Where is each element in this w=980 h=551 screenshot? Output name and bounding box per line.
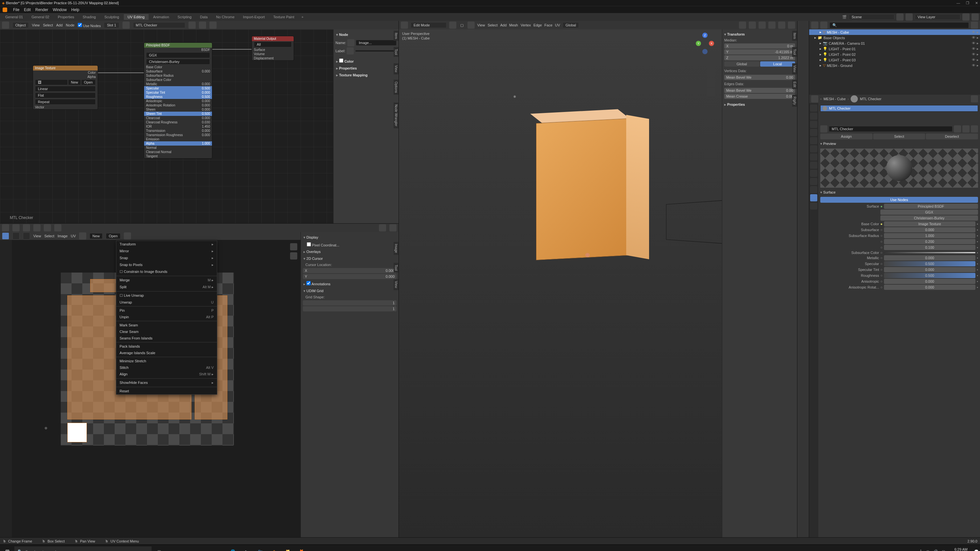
node-socket[interactable]: Roughness0.500	[144, 95, 212, 99]
app-blender[interactable]: ◈	[268, 545, 280, 551]
breadcrumb-material[interactable]: MTL Checker	[860, 97, 881, 101]
viewlayer-field[interactable]: View Layer	[915, 14, 960, 20]
app-explorer[interactable]: 📁	[282, 545, 294, 551]
tab-constraints[interactable]	[810, 178, 817, 185]
tab-world[interactable]	[810, 137, 817, 144]
menu-item[interactable]: UnpinAlt P	[116, 314, 217, 320]
selectable-icon[interactable]: ▸	[977, 47, 979, 51]
section-annotations[interactable]: Annotations	[303, 280, 396, 287]
uv-select-mode-vert[interactable]	[23, 224, 30, 232]
selectable-icon[interactable]: ▸	[977, 52, 979, 57]
selectable-icon[interactable]: ▸	[977, 58, 979, 62]
section-texture-mapping[interactable]: Texture Mapping	[336, 72, 396, 79]
uv-select-mode-island[interactable]	[54, 224, 61, 232]
3d-menu-add[interactable]: Add	[500, 23, 507, 27]
app-photoshop[interactable]: Ps	[254, 545, 267, 551]
outliner-search[interactable]: 🔍	[829, 22, 969, 29]
tray-ime-icon[interactable]: ▢	[942, 549, 945, 551]
uv-select-mode-face[interactable]	[44, 224, 51, 232]
node-socket[interactable]: Clearcoat Roughness0.030	[144, 120, 212, 124]
outliner-row[interactable]: ▸▽MESH - Cube👁▸	[809, 29, 980, 35]
camera-view-icon[interactable]	[707, 78, 715, 87]
workspace-tab[interactable]: General 02	[27, 14, 53, 20]
uv-snap-icon[interactable]	[379, 224, 386, 232]
assign-button[interactable]: Assign	[820, 133, 872, 140]
tab-output[interactable]	[810, 113, 817, 120]
tab-render[interactable]	[810, 105, 817, 112]
property-value[interactable]: 0.000	[884, 227, 975, 232]
mode-dropdown[interactable]: Edit Mode	[410, 22, 447, 28]
node-socket[interactable]: Specular Tint0.000	[144, 91, 212, 95]
menu-item[interactable]: MergeM ▸	[116, 277, 217, 284]
uv-sync-button[interactable]	[13, 224, 20, 232]
shading-matprev-icon[interactable]	[778, 22, 785, 29]
mean-bevel-weight-v[interactable]: Mean Bevel We0.00	[724, 75, 795, 80]
menu-render[interactable]: Render	[35, 8, 48, 12]
outliner-row[interactable]: ▸▽MESH - Ground👁▸	[809, 63, 980, 68]
tab-texture[interactable]	[810, 202, 817, 210]
eye-icon[interactable]: 👁	[972, 58, 975, 62]
tray-chevron-icon[interactable]: ˄	[920, 549, 922, 551]
tab-view[interactable]: View	[792, 64, 797, 75]
median-x[interactable]: X0 m	[724, 43, 795, 49]
menu-item[interactable]: SplitAlt M ▸	[116, 284, 217, 291]
node-socket[interactable]: Transmission0.000	[144, 129, 212, 133]
tab-tool[interactable]: Tool	[394, 47, 399, 57]
image-browse-icon[interactable]	[79, 232, 86, 240]
workspace-tab[interactable]: UV Editing	[124, 14, 149, 20]
tab-edit[interactable]: Edit	[792, 79, 797, 89]
property-value[interactable]: 0.200	[884, 239, 975, 244]
outliner[interactable]: ▸▽MESH - Cube👁▸▸📁Base Objects👁▸▸📷CAMERA …	[809, 29, 980, 95]
3d-menu-vertex[interactable]: Vertex	[521, 23, 531, 27]
median-z[interactable]: Z1.2022 m	[724, 55, 795, 60]
material-name-field[interactable]: MTL Checker	[829, 126, 953, 132]
mean-bevel-weight-e[interactable]: Mean Bevel We0.00	[724, 88, 795, 93]
eye-icon[interactable]: 👁	[972, 47, 975, 51]
workspace-tab[interactable]: Import-Export	[239, 14, 269, 20]
section-properties[interactable]: Properties	[724, 102, 795, 108]
menu-file[interactable]: File	[13, 8, 19, 12]
tab-material[interactable]	[810, 194, 817, 202]
menu-item[interactable]: Pack Islands	[116, 343, 217, 349]
tab-view[interactable]: View	[394, 64, 399, 75]
3d-menu-view[interactable]: View	[477, 23, 485, 27]
tray-volume-icon[interactable]: 🔊	[933, 549, 938, 551]
distribution-dropdown[interactable]: GGX	[880, 210, 978, 215]
select-mode-edge[interactable]: ▢	[459, 22, 465, 28]
editor-type-icon[interactable]	[2, 224, 9, 232]
breadcrumb-object[interactable]: MESH - Cube	[824, 97, 846, 101]
cursor-y[interactable]: Y0.000	[303, 274, 396, 279]
section-display[interactable]: Display	[303, 234, 396, 241]
property-value[interactable]: 0.000	[884, 255, 975, 260]
menu-item[interactable]: PinP	[116, 307, 217, 314]
outliner-row[interactable]: ▸📁Base Objects👁▸	[809, 35, 980, 40]
workspace-tab[interactable]: Sculpting	[100, 14, 123, 20]
material-field[interactable]: MTL Checker	[133, 22, 185, 28]
section-node[interactable]: Node	[336, 31, 396, 38]
workspace-tab[interactable]: Shading	[79, 14, 100, 20]
section-preview[interactable]: Preview	[820, 140, 978, 147]
section-2d-cursor[interactable]: 2D Cursor	[303, 255, 396, 262]
eye-icon[interactable]: 👁	[972, 41, 975, 45]
tab-scene[interactable]	[810, 129, 817, 136]
material-slot[interactable]: MTL Checker	[820, 105, 978, 112]
xray-icon[interactable]	[749, 22, 756, 29]
tab-view[interactable]: View	[394, 279, 399, 290]
node-socket[interactable]: Clearcoat0.000	[144, 116, 212, 120]
tab-node-wrangler[interactable]: Node Wrangler	[394, 103, 399, 128]
shader-menu-node[interactable]: Node	[66, 23, 75, 27]
node-socket[interactable]: Subsurface Color	[144, 78, 212, 82]
node-socket[interactable]: Base Color	[144, 65, 212, 69]
task-view-button[interactable]: ◫	[153, 545, 165, 551]
workspace-tab[interactable]: General 01	[1, 14, 27, 20]
open-image-button[interactable]: Open	[106, 233, 121, 239]
uv-menu-image[interactable]: Image	[57, 234, 68, 238]
taskbar-clock[interactable]: 6:29 AM 9/12/2020	[949, 548, 970, 551]
node-socket[interactable]: Clearcoat Normal	[144, 150, 212, 154]
selectable-icon[interactable]: ▸	[977, 41, 979, 45]
node-socket[interactable]: Subsurface Radius	[144, 73, 212, 78]
tab-tool[interactable]: Tool	[394, 263, 399, 273]
notifications-button[interactable]: 💬	[974, 549, 979, 551]
property-value[interactable]: 0.000	[884, 267, 975, 272]
pan-icon[interactable]	[290, 252, 297, 259]
